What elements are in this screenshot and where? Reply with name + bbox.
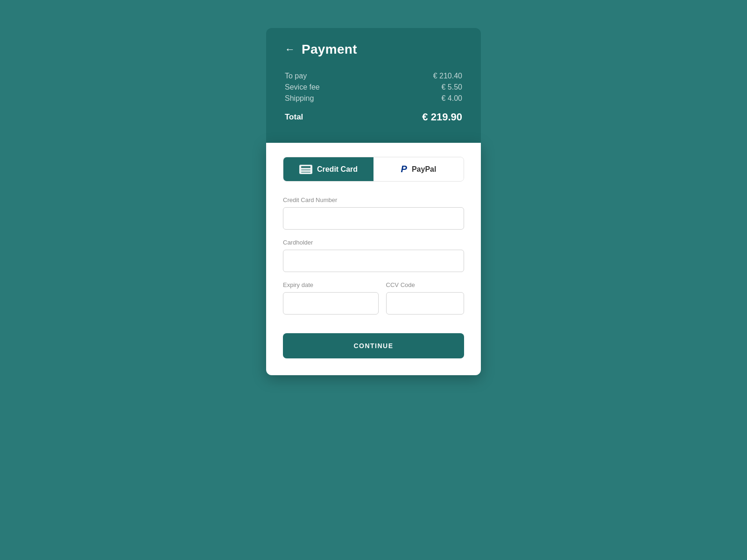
card-stripe-2 — [301, 169, 310, 170]
shipping-label: Shipping — [285, 94, 314, 103]
price-row-shipping: Shipping € 4.00 — [285, 94, 462, 103]
shipping-value: € 4.00 — [442, 94, 462, 103]
topay-label: To pay — [285, 72, 307, 80]
continue-button[interactable]: CONTINUE — [283, 333, 464, 358]
cardholder-label: Cardholder — [283, 239, 464, 246]
card-number-input[interactable] — [283, 207, 464, 230]
tab-paypal[interactable]: P PayPal — [374, 157, 464, 181]
card-number-group: Credit Card Number — [283, 196, 464, 230]
ccv-group: CCV Code — [386, 281, 464, 315]
card-number-label: Credit Card Number — [283, 196, 464, 203]
expiry-label: Expiry date — [283, 281, 379, 288]
payment-tabs: Credit Card P PayPal — [283, 157, 464, 182]
page-title: Payment — [302, 42, 357, 57]
tab-paypal-label: PayPal — [412, 165, 436, 174]
service-label: Sevice fee — [285, 83, 320, 91]
topay-value: € 210.40 — [433, 72, 462, 80]
cardholder-input[interactable] — [283, 250, 464, 272]
price-row-topay: To pay € 210.40 — [285, 72, 462, 80]
card-stripe-1 — [301, 166, 310, 168]
paypal-icon: P — [401, 164, 407, 175]
price-row-service: Sevice fee € 5.50 — [285, 83, 462, 91]
cardholder-group: Cardholder — [283, 239, 464, 272]
price-table: To pay € 210.40 Sevice fee € 5.50 Shippi… — [285, 72, 462, 123]
back-button[interactable]: ← — [285, 43, 295, 56]
ccv-input[interactable] — [386, 292, 464, 315]
expiry-ccv-row: Expiry date CCV Code — [283, 281, 464, 324]
header-section: ← Payment To pay € 210.40 Sevice fee € 5… — [266, 28, 481, 143]
payment-container: ← Payment To pay € 210.40 Sevice fee € 5… — [266, 28, 481, 375]
card-stripe-3 — [301, 172, 310, 173]
price-row-total: Total € 219.90 — [285, 111, 462, 123]
ccv-label: CCV Code — [386, 281, 464, 288]
back-navigation: ← Payment — [285, 42, 462, 57]
total-label: Total — [285, 112, 303, 122]
tab-credit-card-label: Credit Card — [317, 165, 358, 174]
service-value: € 5.50 — [442, 83, 462, 91]
tab-credit-card[interactable]: Credit Card — [283, 157, 374, 181]
expiry-group: Expiry date — [283, 281, 379, 315]
form-section: Credit Card P PayPal Credit Card Number … — [266, 143, 481, 375]
credit-card-icon — [299, 165, 312, 174]
expiry-input[interactable] — [283, 292, 379, 315]
total-value: € 219.90 — [422, 111, 462, 123]
